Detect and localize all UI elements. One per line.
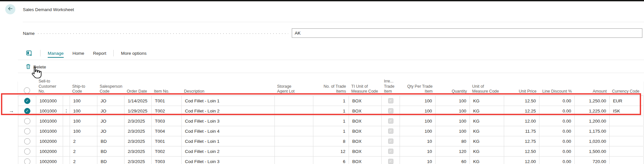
cell-salesperson[interactable]: JO — [97, 126, 124, 136]
column-header-unitprice[interactable]: Unit Price — [504, 89, 539, 96]
cell-quantity[interactable]: 100 — [436, 116, 470, 126]
cell-currency[interactable] — [610, 157, 644, 164]
cell-unitprice[interactable]: 12.75 — [504, 136, 539, 146]
cell-sel[interactable] — [18, 157, 36, 164]
cell-tiuom[interactable]: BOX — [349, 157, 382, 164]
cell-orderdate[interactable]: 2/3/2025 — [124, 146, 152, 156]
column-header-tiuom[interactable]: TI Unit of Measure Code — [349, 84, 381, 96]
cell-uom[interactable]: KG — [470, 96, 504, 106]
column-header-description[interactable]: Description — [181, 89, 274, 96]
cell-orderdate[interactable]: 1/14/2025 — [124, 96, 152, 106]
cell-sellto[interactable]: 1002000 — [36, 157, 63, 164]
cell-tiuom[interactable]: BOX — [349, 116, 382, 126]
cell-irre[interactable]: ✓ — [382, 126, 400, 136]
cell-currency[interactable] — [610, 126, 644, 136]
cell-irre[interactable]: ✓ — [382, 136, 400, 146]
cell-uom[interactable]: KG — [470, 136, 504, 146]
cell-sel[interactable] — [18, 116, 36, 126]
cell-storage[interactable] — [275, 96, 313, 106]
cell-dots[interactable] — [63, 157, 70, 164]
cell-amount[interactable]: 1,175.00 — [575, 126, 610, 136]
cell-salesperson[interactable]: JO — [97, 106, 124, 116]
cell-quantity[interactable]: 80 — [436, 136, 470, 146]
cell-currency[interactable] — [610, 136, 644, 146]
cell-description[interactable]: Cod Fillet - Loin 3 — [182, 116, 275, 126]
cell-qtytrade[interactable]: 100 — [400, 116, 436, 126]
cell-description[interactable]: Cod Fillet - Loin 2 — [182, 106, 275, 116]
cell-qtytrade[interactable]: 100 — [400, 106, 436, 116]
cell-notrade[interactable]: 1 — [313, 116, 349, 126]
back-button[interactable] — [5, 4, 15, 14]
switch-pane-icon[interactable] — [26, 50, 32, 56]
cell-sel[interactable]: ✓ — [18, 106, 36, 116]
cell-storage[interactable] — [275, 116, 313, 126]
cell-tiuom[interactable]: BOX — [349, 96, 382, 106]
table-row[interactable]: 1001000100JO2/3/2025T003Cod Fillet - Loi… — [18, 116, 643, 126]
cell-currency[interactable]: ISK — [610, 106, 644, 116]
cell-dots[interactable] — [63, 96, 70, 106]
cell-notrade[interactable]: 6 — [313, 157, 349, 164]
cell-salesperson[interactable]: BD — [97, 146, 124, 156]
cell-quantity[interactable]: 100 — [436, 126, 470, 136]
cell-shipto[interactable]: 2 — [70, 136, 97, 146]
cell-linedisc[interactable]: 0.00 — [539, 106, 575, 116]
cell-salesperson[interactable]: BD — [97, 157, 124, 164]
column-header-irre[interactable]: Irre... Trade Item — [381, 79, 400, 96]
cell-salesperson[interactable]: JO — [97, 96, 124, 106]
cell-uom[interactable]: KG — [470, 106, 504, 116]
cell-dots[interactable]: ⋮ — [63, 106, 70, 116]
column-header-storage[interactable]: Storage Agent Lot — [274, 84, 313, 96]
cell-uom[interactable]: KG — [470, 146, 504, 156]
delete-button[interactable]: Delete — [26, 64, 46, 70]
cell-linedisc[interactable]: 0.00 — [539, 157, 575, 164]
cell-sellto[interactable]: 1001000 — [36, 126, 63, 136]
cell-qtytrade[interactable]: 10 — [400, 136, 436, 146]
cell-qtytrade[interactable]: 100 — [400, 96, 436, 106]
cell-amount[interactable]: 1,250.00 — [575, 96, 610, 106]
table-row[interactable]: 10020002BD2/3/2025T001Cod Fillet - Loin … — [18, 136, 643, 146]
cell-itemno[interactable]: T003 — [152, 157, 182, 164]
cell-dots[interactable] — [63, 126, 70, 136]
column-header-notrade[interactable]: No. of Trade Items — [313, 84, 349, 96]
row-select-radio[interactable] — [24, 118, 30, 124]
cell-currency[interactable] — [610, 116, 644, 126]
column-header-amount[interactable]: Amount — [574, 89, 609, 96]
column-header-uom[interactable]: Unit of Measure Code — [470, 84, 504, 96]
cell-linedisc[interactable]: 0.00 — [539, 116, 575, 126]
column-header-itemno[interactable]: Item No. — [151, 89, 181, 96]
row-select-radio[interactable] — [24, 158, 30, 164]
cell-storage[interactable] — [275, 136, 313, 146]
cell-sel[interactable]: ✓ — [18, 96, 36, 106]
cell-notrade[interactable]: 12 — [313, 146, 349, 156]
cell-irre[interactable]: ✓ — [382, 157, 400, 164]
cell-linedisc[interactable]: 0.00 — [539, 146, 575, 156]
cell-sellto[interactable]: 1001000 — [36, 106, 63, 116]
cell-amount[interactable]: 1,500.00 — [575, 146, 610, 156]
cell-storage[interactable] — [275, 157, 313, 164]
cell-sellto[interactable]: 1001000 — [36, 96, 63, 106]
cell-itemno[interactable]: T002 — [152, 106, 182, 116]
cell-shipto[interactable]: 2 — [70, 157, 97, 164]
column-header-sellto[interactable]: Sell-to Customer No. — [36, 79, 70, 96]
cell-amount[interactable]: 1,225.00 — [575, 106, 610, 116]
cell-unitprice[interactable]: 12.50 — [504, 146, 539, 156]
cell-storage[interactable] — [275, 106, 313, 116]
table-row[interactable]: ✓1001000100JO1/14/2025T001Cod Fillet - L… — [18, 96, 643, 106]
cell-unitprice[interactable]: 12.00 — [504, 116, 539, 126]
cell-sel[interactable] — [18, 136, 36, 146]
cell-quantity[interactable]: 100 — [436, 106, 470, 116]
column-header-salesperson[interactable]: Salesperson Code — [97, 84, 124, 96]
column-header-sel[interactable] — [18, 87, 36, 96]
cell-dots[interactable] — [63, 146, 70, 156]
cell-irre[interactable]: ✓ — [382, 116, 400, 126]
cell-irre[interactable]: ✓ — [382, 146, 400, 156]
table-row[interactable]: →✓1001000⋮100JO1/29/2025T002Cod Fillet -… — [18, 106, 643, 116]
cell-orderdate[interactable]: 2/3/2025 — [124, 157, 152, 164]
cell-sellto[interactable]: 1002000 — [36, 146, 63, 156]
cell-salesperson[interactable]: BD — [97, 136, 124, 146]
cell-quantity[interactable]: 60 — [436, 157, 470, 164]
cell-sellto[interactable]: 1002000 — [36, 136, 63, 146]
row-selected-radio[interactable]: ✓ — [24, 98, 30, 104]
cell-tiuom[interactable]: BOX — [349, 136, 382, 146]
tab-report[interactable]: Report — [93, 50, 107, 57]
